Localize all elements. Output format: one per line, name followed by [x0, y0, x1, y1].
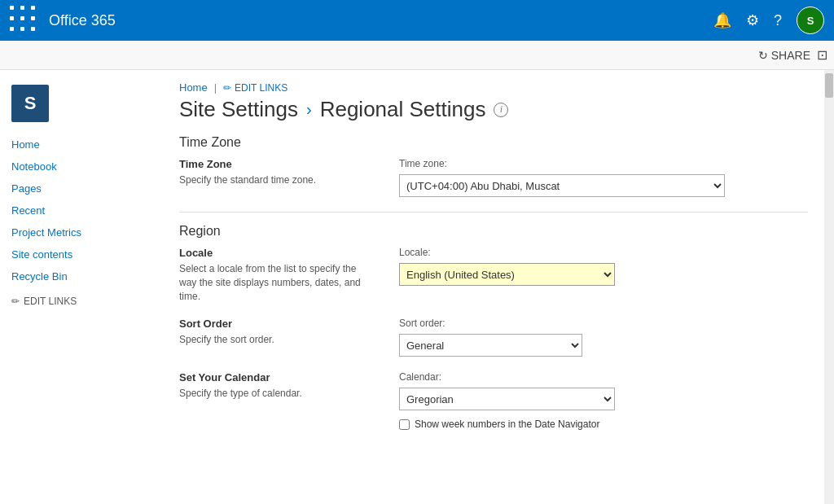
time-zone-label-col: Time Zone Specify the standard time zone…: [179, 158, 375, 187]
breadcrumb-home[interactable]: Home: [179, 81, 208, 94]
week-numbers-row: Show week numbers in the Date Navigator: [399, 419, 808, 430]
locale-select[interactable]: English (United States) English (United …: [399, 263, 615, 286]
time-zone-field-label: Time zone:: [399, 158, 808, 169]
section-divider-1: [179, 212, 808, 213]
focus-icon[interactable]: ⊡: [817, 47, 827, 63]
locale-label: Locale: [179, 247, 375, 259]
sidebar-edit-links-label: EDIT LINKS: [24, 296, 77, 307]
calendar-field-label: Calendar:: [399, 371, 808, 383]
sidebar-edit-links[interactable]: ✏ EDIT LINKS: [0, 291, 163, 312]
right-scrollbar[interactable]: [824, 70, 834, 504]
locale-row: Locale Select a locale from the list to …: [179, 247, 808, 303]
calendar-label-col: Set Your Calendar Specify the type of ca…: [179, 371, 375, 401]
scrollbar-thumb[interactable]: [825, 73, 833, 98]
edit-icon: ✏: [11, 296, 20, 307]
locale-field-label: Locale:: [399, 247, 808, 258]
share-icon: ↻: [758, 49, 768, 62]
breadcrumb: Home | ✏ EDIT LINKS: [179, 70, 808, 97]
sort-order-label: Sort Order: [179, 318, 375, 330]
sidebar-item-notebook[interactable]: Notebook: [0, 156, 163, 177]
title-arrow: ›: [306, 100, 312, 119]
sidebar-item-recycle-bin[interactable]: Recycle Bin: [0, 265, 163, 287]
week-numbers-checkbox[interactable]: [399, 419, 410, 430]
sidebar: S Home Notebook Pages Recent Project Met…: [0, 70, 163, 504]
sidebar-item-site-contents[interactable]: Site contents: [0, 243, 163, 265]
site-settings-label: Site Settings: [179, 97, 298, 122]
breadcrumb-separator: |: [214, 81, 217, 94]
regional-settings-label: Regional Settings: [320, 97, 486, 122]
edit-links-label: EDIT LINKS: [235, 82, 288, 94]
share-bar: ↻ SHARE ⊡: [0, 41, 834, 70]
calendar-select[interactable]: Gregorian Hijri Thai Buddhism Julian: [399, 388, 615, 410]
sort-order-field-label: Sort order:: [399, 318, 808, 329]
share-label: SHARE: [771, 49, 810, 62]
sort-order-row: Sort Order Specify the sort order. Sort …: [179, 318, 808, 357]
share-button[interactable]: ↻ SHARE: [758, 49, 810, 62]
sort-order-select[interactable]: General Traditional: [399, 334, 582, 357]
time-zone-select[interactable]: (UTC+04:00) Abu Dhabi, Muscat (UTC-12:00…: [399, 174, 725, 197]
app-title: Office 365: [49, 12, 704, 29]
region-section-title: Region: [179, 224, 808, 239]
content-area: Home | ✏ EDIT LINKS Site Settings › Regi…: [163, 70, 824, 504]
sort-order-desc: Specify the sort order.: [179, 333, 375, 347]
region-section: Region Locale Select a locale from the l…: [179, 224, 808, 430]
app-launcher-icon[interactable]: [10, 6, 39, 35]
time-zone-row: Time Zone Specify the standard time zone…: [179, 158, 808, 197]
breadcrumb-edit-links[interactable]: ✏ EDIT LINKS: [223, 82, 288, 94]
settings-icon[interactable]: ⚙: [746, 11, 759, 29]
sidebar-item-pages[interactable]: Pages: [0, 177, 163, 199]
bell-icon[interactable]: 🔔: [713, 11, 731, 29]
time-zone-input-col: Time zone: (UTC+04:00) Abu Dhabi, Muscat…: [399, 158, 808, 197]
site-logo: S: [0, 78, 163, 134]
calendar-input-col: Calendar: Gregorian Hijri Thai Buddhism …: [399, 371, 808, 430]
calendar-row: Set Your Calendar Specify the type of ca…: [179, 371, 808, 430]
time-zone-desc: Specify the standard time zone.: [179, 173, 375, 187]
avatar[interactable]: S: [797, 7, 824, 34]
locale-desc: Select a locale from the list to specify…: [179, 262, 375, 303]
sort-order-label-col: Sort Order Specify the sort order.: [179, 318, 375, 347]
info-icon[interactable]: i: [494, 103, 508, 117]
edit-pencil-icon: ✏: [223, 82, 231, 94]
sidebar-item-project-metrics[interactable]: Project Metrics: [0, 221, 163, 243]
help-icon[interactable]: ?: [774, 12, 782, 29]
time-zone-section: Time Zone Time Zone Specify the standard…: [179, 135, 808, 197]
calendar-label: Set Your Calendar: [179, 371, 375, 383]
page-title: Site Settings › Regional Settings i: [179, 97, 808, 122]
sidebar-item-home[interactable]: Home: [0, 134, 163, 156]
main-layout: S Home Notebook Pages Recent Project Met…: [0, 70, 834, 504]
time-zone-label: Time Zone: [179, 158, 375, 170]
top-bar-actions: 🔔 ⚙ ? S: [713, 7, 824, 34]
locale-label-col: Locale Select a locale from the list to …: [179, 247, 375, 303]
sidebar-nav: Home Notebook Pages Recent Project Metri…: [0, 134, 163, 287]
locale-input-col: Locale: English (United States) English …: [399, 247, 808, 286]
site-icon: S: [11, 85, 49, 122]
sort-order-input-col: Sort order: General Traditional: [399, 318, 808, 357]
top-bar: Office 365 🔔 ⚙ ? S: [0, 0, 834, 41]
time-zone-section-title: Time Zone: [179, 135, 808, 150]
sidebar-item-recent[interactable]: Recent: [0, 199, 163, 221]
week-numbers-label: Show week numbers in the Date Navigator: [415, 419, 599, 430]
calendar-desc: Specify the type of calendar.: [179, 387, 375, 401]
